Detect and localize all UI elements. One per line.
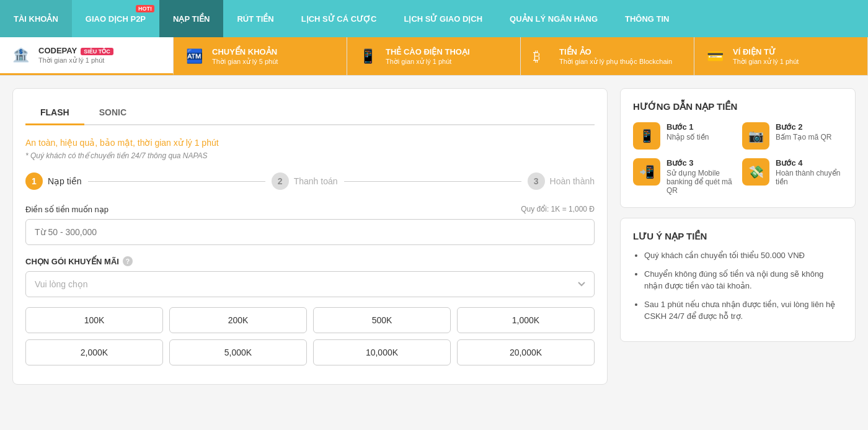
nav-badge-giao-dich-p2p: HOT! [136,5,154,12]
main-content: FLASHSONIC An toàn, hiệu quả, bảo mật, t… [0,76,868,397]
nav-item-giao-dich-p2p[interactable]: GIAO DỊCH P2PHOT! [72,0,159,37]
quick-amount-btn-200K[interactable]: 200K [169,307,307,333]
tabs: FLASHSONIC [25,101,595,125]
guide-step-info-0: Bước 1Nhập số tiền [666,122,709,141]
guide-step-1: 📷Bước 2Bấm Tạo mã QR [742,122,843,150]
quick-amount-btn-100K[interactable]: 100K [25,307,163,333]
nav-item-thong-tin[interactable]: THÔNG TIN [611,0,683,37]
the-cao-sub: Thời gian xử lý 1 phút [386,58,470,66]
promo-label-text: CHỌN GÓI KHUYẾN MÃI [25,257,119,266]
vi-dien-tu-icon: 💳 [707,48,725,65]
step-num-2: 3 [528,172,545,190]
step-line-2 [344,181,521,182]
step-line-1 [88,181,265,182]
nav-item-rut-tien[interactable]: RÚT TIỀN [223,0,287,37]
note-title: LƯU Ý NẠP TIỀN [633,231,843,242]
nav-item-tai-khoan[interactable]: TÀI KHOẢN [0,0,72,37]
guide-step-3: 💸Bước 4Hoàn thành chuyển tiền [742,158,843,195]
vi-dien-tu-title: VÍ ĐIỆN TỬ [733,47,799,56]
note-item-0: Quý khách cần chuyển tối thiểu 50.000 VN… [644,249,843,262]
quick-amounts: 100K200K500K1,000K2,000K5,000K10,000K20,… [25,307,595,365]
promo-label: CHỌN GÓI KHUYẾN MÃI ? [25,256,595,266]
tab-sonic[interactable]: SONIC [84,101,141,125]
tien-ao-sub: Thời gian xử lý phụ thuộc Blockchain [559,58,672,66]
guide-step-icon-1: 📷 [742,122,769,150]
note-list: Quý khách cần chuyển tối thiểu 50.000 VN… [633,249,843,323]
guide-step-desc-0: Nhập số tiền [666,133,709,141]
info-text: An toàn, hiệu quả, bảo mật, thời gian xử… [25,138,595,148]
guide-step-icon-3: 💸 [742,158,769,186]
payment-methods-bar: 🏦CODEPAYSIÊU TỐCThời gian xử lý 1 phút🏧C… [0,37,868,76]
payment-method-chuyen-khoan[interactable]: 🏧CHUYỂN KHOẢNThời gian xử lý 5 phút [174,37,347,75]
step-num-0: 1 [25,172,43,190]
nav-item-lich-su-ca-cuoc[interactable]: LỊCH SỬ CÁ CƯỢC [288,0,391,37]
guide-step-icon-2: 📲 [633,158,660,186]
step-0: 1Nạp tiền [25,172,82,190]
guide-step-desc-3: Hoàn thành chuyển tiền [776,169,843,186]
conversion-label: Quy đổi: 1K = 1,000 Đ [521,205,595,214]
nav-item-quan-ly-ngan-hang[interactable]: QUẢN LÝ NGÂN HÀNG [496,0,611,37]
codepay-badge: SIÊU TỐC [81,48,113,55]
top-navigation: TÀI KHOẢNGIAO DỊCH P2PHOT!NẠP TIỀNRÚT TI… [0,0,868,37]
left-panel: FLASHSONIC An toàn, hiệu quả, bảo mật, t… [12,88,608,385]
guide-step-title-0: Bước 1 [666,122,709,132]
guide-step-title-2: Bước 3 [666,158,733,168]
guide-step-info-1: Bước 2Bấm Tạo mã QR [776,122,831,141]
amount-input[interactable] [25,219,595,245]
info-highlight: 1 phút [195,138,219,148]
payment-method-codepay[interactable]: 🏦CODEPAYSIÊU TỐCThời gian xử lý 1 phút [0,37,174,75]
steps-indicator: 1Nạp tiền2Thanh toán3Hoàn thành [25,172,595,190]
guide-steps: 📱Bước 1Nhập số tiền📷Bước 2Bấm Tạo mã QR📲… [633,122,843,195]
quick-amount-btn-2,000K[interactable]: 2,000K [25,339,163,365]
guide-step-2: 📲Bước 3Sử dụng Mobile banking để quét mã… [633,158,733,195]
chuyen-khoan-icon: 🏧 [186,48,205,65]
guide-step-desc-1: Bấm Tạo mã QR [776,133,831,141]
right-panel: HƯỚNG DẪN NẠP TIỀN 📱Bước 1Nhập số tiền📷B… [620,88,856,385]
guide-step-info-2: Bước 3Sử dụng Mobile banking để quét mã … [666,158,733,195]
step-label-1: Thanh toán [294,176,338,186]
codepay-title: CODEPAYSIÊU TỐC [38,46,113,55]
step-label-2: Hoàn thành [550,176,595,186]
guide-step-title-1: Bước 2 [776,122,831,132]
step-1: 2Thanh toán [272,172,338,190]
payment-method-tien-ao[interactable]: ₿TIỀN ẢOThời gian xử lý phụ thuộc Blockc… [521,37,694,75]
quick-amount-btn-500K[interactable]: 500K [313,307,451,333]
step-2: 3Hoàn thành [528,172,595,190]
guide-step-icon-0: 📱 [633,122,660,150]
payment-method-the-cao[interactable]: 📱THẺ CÀO ĐIỆN THOẠIThời gian xử lý 1 phú… [347,37,521,75]
guide-box: HƯỚNG DẪN NẠP TIỀN 📱Bước 1Nhập số tiền📷B… [620,88,856,208]
the-cao-title: THẺ CÀO ĐIỆN THOẠI [386,47,470,56]
guide-step-info-3: Bước 4Hoàn thành chuyển tiền [776,158,843,186]
tien-ao-icon: ₿ [533,48,552,65]
codepay-sub: Thời gian xử lý 1 phút [38,56,113,65]
nav-item-nap-tien[interactable]: NẠP TIỀN [159,0,223,37]
amount-field-label: Điền số tiền muốn nạp Quy đổi: 1K = 1,00… [25,205,595,214]
guide-step-0: 📱Bước 1Nhập số tiền [633,122,733,150]
note-item-1: Chuyển không đúng số tiền và nội dung sẽ… [644,268,843,292]
amount-label: Điền số tiền muốn nạp [25,205,108,214]
payment-method-vi-dien-tu[interactable]: 💳VÍ ĐIỆN TỬThời gian xử lý 1 phút [694,37,868,75]
note-box: LƯU Ý NẠP TIỀN Quý khách cần chuyển tối … [620,218,856,342]
guide-step-desc-2: Sử dụng Mobile banking để quét mã QR [666,169,733,195]
quick-amount-btn-10,000K[interactable]: 10,000K [313,339,451,365]
napas-text: * Quý khách có thể chuyển tiền 24/7 thôn… [25,151,595,160]
promo-help-icon[interactable]: ? [123,256,133,266]
info-text-main: An toàn, hiệu quả, bảo mật, thời gian xử… [25,138,195,148]
guide-step-title-3: Bước 4 [776,158,843,168]
step-label-0: Nạp tiền [48,176,82,186]
step-num-1: 2 [272,172,289,190]
nav-item-lich-su-giao-dich[interactable]: LỊCH SỬ GIAO DỊCH [390,0,496,37]
quick-amount-btn-5,000K[interactable]: 5,000K [169,339,307,365]
quick-amount-btn-1,000K[interactable]: 1,000K [457,307,595,333]
chuyen-khoan-title: CHUYỂN KHOẢN [212,47,278,56]
the-cao-icon: 📱 [360,48,378,65]
quick-amount-btn-20,000K[interactable]: 20,000K [457,339,595,365]
tab-flash[interactable]: FLASH [25,101,84,125]
chuyen-khoan-sub: Thời gian xử lý 5 phút [212,58,278,66]
note-item-2: Sau 1 phút nếu chưa nhận được tiền, vui … [644,298,843,323]
codepay-icon: 🏦 [12,47,31,63]
vi-dien-tu-sub: Thời gian xử lý 1 phút [733,58,799,66]
promo-select[interactable]: Vui lòng chọn [25,271,595,297]
tien-ao-title: TIỀN ẢO [559,47,672,56]
guide-title: HƯỚNG DẪN NẠP TIỀN [633,101,843,112]
